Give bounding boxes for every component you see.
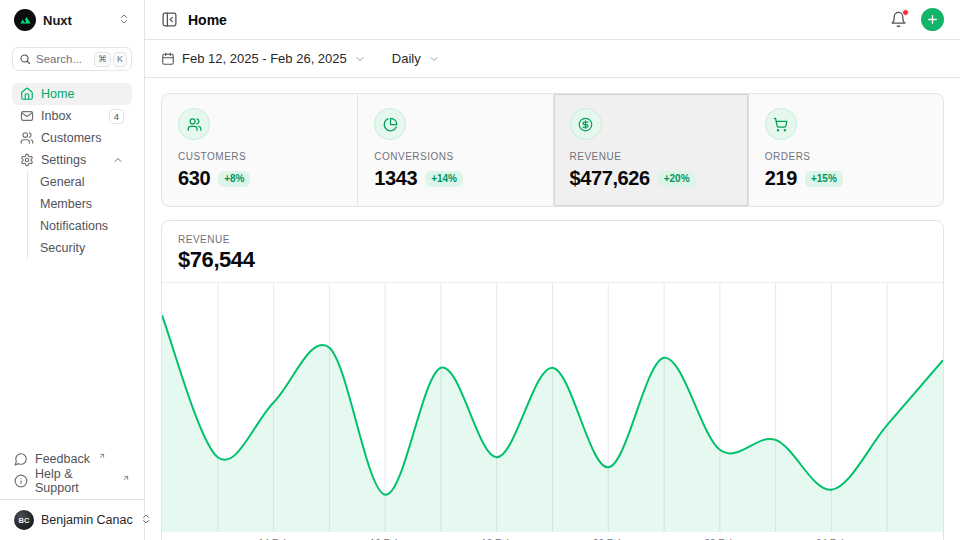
search-input[interactable]: Search... ⌘ K [12,47,132,71]
users-icon [20,131,34,145]
filter-toolbar: Feb 12, 2025 - Feb 26, 2025 Daily [145,40,960,78]
stat-value: 630 [178,167,210,190]
stat-label: ORDERS [765,151,927,162]
feedback-label: Feedback [35,452,90,466]
sidebar-item-customers[interactable]: Customers [12,127,132,149]
sidebar-item-label: Inbox [41,109,72,123]
granularity-label: Daily [392,51,421,66]
app-root: Nuxt Search... ⌘ K Home [0,0,960,540]
external-link-icon [98,452,106,460]
workspace-switcher[interactable]: Nuxt [12,8,132,32]
sidebar-item-general[interactable]: General [40,171,132,193]
stat-delta-badge: +14% [425,171,463,187]
sidebar-footer: Feedback Help & Support BC Benjamin Cana… [12,448,132,532]
granularity-select[interactable]: Daily [392,51,440,66]
inbox-icon [20,109,34,123]
cart-icon [765,108,797,140]
chart-metric-label: REVENUE [178,234,927,245]
chevrons-up-down-icon [118,11,130,29]
help-support-link[interactable]: Help & Support [12,470,132,492]
chart-header: REVENUE $76,544 [162,221,943,283]
stat-customers[interactable]: CUSTOMERS 630 +8% [162,94,357,206]
plus-icon [926,13,939,26]
stat-delta-badge: +15% [805,171,843,187]
add-button[interactable] [921,8,944,31]
sidebar-item-notifications[interactable]: Notifications [40,215,132,237]
date-range-picker[interactable]: Feb 12, 2025 - Feb 26, 2025 [161,51,366,66]
search-icon [19,53,31,65]
stat-conversions[interactable]: CONVERSIONS 1343 +14% [357,94,552,206]
stat-orders[interactable]: ORDERS 219 +15% [748,94,943,206]
stat-label: CUSTOMERS [178,151,341,162]
collapse-sidebar-button[interactable] [161,11,178,28]
dollar-circle-icon [570,108,602,140]
stat-value: 1343 [374,167,417,190]
home-icon [20,87,34,101]
sidebar-item-home[interactable]: Home [12,83,132,105]
workspace-name: Nuxt [43,13,72,28]
sidebar-item-label: Settings [41,153,86,167]
topbar-actions [890,8,944,31]
sidebar-item-label: Customers [41,131,101,145]
stats-row: CUSTOMERS 630 +8% CONVERSIONS 1343 +14% [161,93,944,207]
pie-chart-icon [374,108,406,140]
main-area: Home Feb 12, 2025 - Feb 26, 2025 [145,0,960,540]
avatar: BC [14,510,34,530]
revenue-chart: 14 Feb16 Feb18 Feb20 Feb22 Feb24 Feb [162,283,943,540]
sidebar-item-security[interactable]: Security [40,237,132,259]
notification-dot [902,9,909,16]
sidebar-item-inbox[interactable]: Inbox 4 [12,105,132,127]
stat-value: 219 [765,167,797,190]
gear-icon [20,153,34,167]
search-placeholder: Search... [36,53,82,65]
search-shortcut: ⌘ K [94,52,127,67]
sidebar-item-members[interactable]: Members [40,193,132,215]
calendar-icon [161,52,175,66]
chevron-down-icon [354,53,366,65]
chart-metric-value: $76,544 [178,247,927,273]
inbox-count-badge: 4 [109,109,124,124]
page-title: Home [188,12,227,28]
stat-label: REVENUE [570,151,732,162]
notifications-button[interactable] [890,11,907,28]
settings-sub-list: General Members Notifications Security [27,171,132,259]
help-support-label: Help & Support [35,467,114,495]
date-range-label: Feb 12, 2025 - Feb 26, 2025 [182,51,347,66]
chevron-down-icon [428,53,440,65]
info-circle-icon [14,474,28,488]
sidebar-item-settings[interactable]: Settings [12,149,132,171]
sidebar: Nuxt Search... ⌘ K Home [0,0,145,540]
user-menu[interactable]: BC Benjamin Canac [12,500,132,532]
sidebar-item-label: Home [41,87,74,101]
revenue-chart-card: REVENUE $76,544 14 Feb16 Feb18 Feb20 Feb… [161,220,944,540]
external-link-icon [122,474,130,482]
stat-delta-badge: +8% [218,171,250,187]
sidebar-nav: Home Inbox 4 Customers Settings [12,83,132,259]
topbar: Home [145,0,960,40]
stat-label: CONVERSIONS [374,151,536,162]
user-name: Benjamin Canac [41,513,133,527]
dashboard-content: CUSTOMERS 630 +8% CONVERSIONS 1343 +14% [145,78,960,540]
users-icon [178,108,210,140]
chat-bubble-icon [14,452,28,466]
stat-delta-badge: +20% [658,171,696,187]
nuxt-logo-icon [14,9,36,31]
stat-revenue[interactable]: REVENUE $477,626 +20% [553,94,748,206]
stat-value: $477,626 [570,167,650,190]
chevron-up-icon [112,154,124,166]
